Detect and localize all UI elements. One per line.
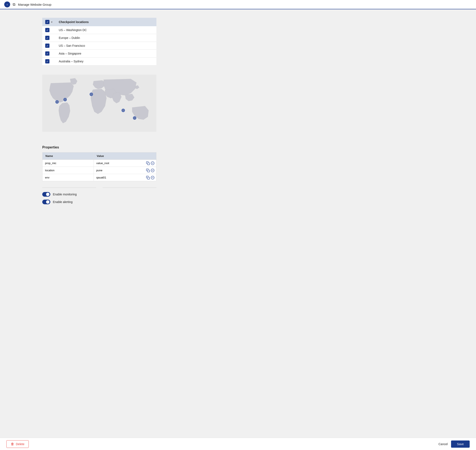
location-checkbox-loc1[interactable]: ✓ [45,28,49,32]
delete-label: Delete [16,442,24,446]
prop-name-cell-row1 [42,160,94,167]
properties-section: Properties Name Value [42,146,156,181]
prop-name-input-row2[interactable] [42,167,94,174]
copy-prop-btn-row2[interactable] [146,169,150,172]
col-value-header: Value [94,153,156,160]
svg-rect-1 [147,163,150,165]
checkbox-cell: ✓ [42,26,56,34]
remove-prop-btn-row1[interactable] [151,161,154,165]
checkbox-cell: ✓ [42,50,56,58]
checkpoint-row: ✓ Asia – Singapore [42,50,156,58]
checkpoint-table: ✓ ▼ Checkpoint locations ✓ US – Washingt… [42,18,156,65]
copy-prop-btn-row1[interactable] [146,161,150,165]
checkpoint-locations-header: Checkpoint locations [56,18,156,26]
checkpoint-row: ✓ US – San Francisco [42,42,156,50]
location-checkbox-loc4[interactable]: ✓ [45,51,49,56]
location-checkbox-loc5[interactable]: ✓ [45,59,49,63]
footer-actions: Cancel Save [438,440,470,448]
location-checkbox-loc2[interactable]: ✓ [45,36,49,40]
checkpoint-row: ✓ Europe – Dublin [42,34,156,42]
trash-icon: 🗑 [11,442,14,446]
main-content: ✓ ▼ Checkpoint locations ✓ US – Washingt… [0,9,476,216]
select-all-checkbox[interactable]: ✓ [45,20,49,24]
prop-value-input-row2[interactable] [94,167,144,174]
remove-prop-btn-row3[interactable] [151,176,154,179]
toggle-alerting-label: Enable alerting [53,200,72,204]
col-name-header: Name [42,153,94,160]
properties-table: Name Value [42,152,156,181]
world-map-container [42,74,156,133]
world-map-svg [42,74,156,133]
location-checkbox-loc3[interactable]: ✓ [45,44,49,48]
prop-value-input-row3[interactable] [94,174,144,181]
toggle-row-toggle-alerting: Enable alerting [42,200,156,204]
checkbox-cell: ✓ [42,42,56,50]
prop-value-input-row1[interactable] [94,160,144,167]
page-title: Manage Website Group [18,3,51,6]
toggle-alerting-switch[interactable] [42,200,50,204]
dropdown-arrow-icon[interactable]: ▼ [51,21,53,23]
prop-value-cell-row3 [94,174,156,181]
back-button[interactable]: ‹ [4,1,10,7]
prop-name-cell-row2 [42,167,94,174]
footer: 🗑 Delete Cancel Save [0,438,476,450]
prop-actions-row1 [144,161,156,165]
delete-button[interactable]: 🗑 Delete [6,440,29,448]
checkpoint-row: ✓ Australia – Sydney [42,58,156,65]
properties-title: Properties [42,146,156,149]
save-button[interactable]: Save [451,440,470,448]
toggle-row-toggle-monitoring: Enable monitoring [42,192,156,197]
prop-value-cell-row2 [94,167,156,174]
location-label-loc4: Asia – Singapore [56,50,156,58]
prop-name-input-row3[interactable] [42,174,94,181]
location-label-loc5: Australia – Sydney [56,58,156,65]
property-row-row3 [42,174,156,181]
select-all-header: ✓ ▼ [42,18,56,26]
divider [42,188,156,188]
prop-actions-row3 [144,176,156,179]
checkbox-cell: ✓ [42,58,56,65]
prop-actions-row2 [144,169,156,172]
location-label-loc2: Europe – Dublin [56,34,156,42]
copy-icon[interactable]: ⧉ [13,2,15,7]
property-row-row2 [42,167,156,174]
svg-rect-4 [147,170,150,172]
location-label-loc1: US – Washington DC [56,26,156,34]
toggle-monitoring-label: Enable monitoring [53,193,77,196]
prop-name-input-row1[interactable] [42,160,94,167]
copy-prop-btn-row3[interactable] [146,176,150,179]
location-label-loc3: US – San Francisco [56,42,156,50]
prop-value-cell-row1 [94,160,156,167]
toggle-monitoring-switch[interactable] [42,192,50,197]
header: ‹ ⧉ Manage Website Group [0,0,476,9]
svg-rect-7 [147,177,150,179]
remove-prop-btn-row2[interactable] [151,169,154,172]
prop-name-cell-row3 [42,174,94,181]
property-row-row1 [42,160,156,167]
cancel-button[interactable]: Cancel [438,442,448,446]
toggles-section: Enable monitoring Enable alerting [42,192,156,204]
divider-left [42,188,96,188]
checkpoint-row: ✓ US – Washington DC [42,26,156,34]
checkbox-cell: ✓ [42,34,56,42]
divider-right [102,188,156,188]
